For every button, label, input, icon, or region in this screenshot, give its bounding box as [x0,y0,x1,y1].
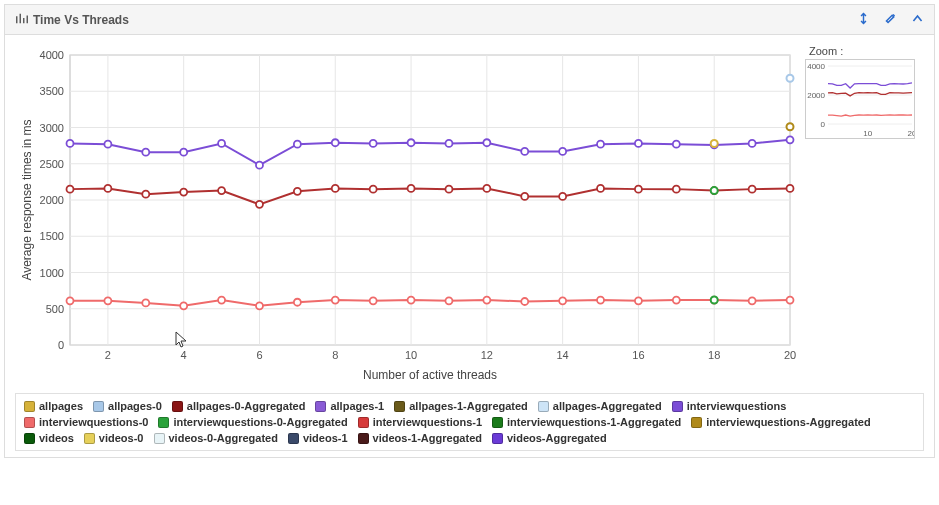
legend-label: videos-0 [99,432,144,444]
svg-point-57 [445,140,452,147]
svg-point-59 [521,148,528,155]
svg-text:4000: 4000 [40,49,64,61]
legend-label: videos-1 [303,432,348,444]
legend-label: videos [39,432,74,444]
legend-item[interactable]: interviewquestions-0-Aggregated [158,416,347,428]
svg-point-107 [711,140,718,147]
legend-label: allpages [39,400,83,412]
legend-swatch [358,433,369,444]
svg-point-75 [370,186,377,193]
legend-label: interviewquestions-Aggregated [706,416,870,428]
svg-point-89 [142,299,149,306]
zoom-overview-chart[interactable]: 0200040001020 [805,59,915,139]
legend-swatch [394,401,405,412]
svg-point-79 [521,193,528,200]
svg-point-69 [142,191,149,198]
legend-item[interactable]: allpages-0 [93,400,162,412]
svg-point-108 [711,187,718,194]
svg-point-61 [597,141,604,148]
svg-point-60 [559,148,566,155]
legend-item[interactable]: allpages-Aggregated [538,400,662,412]
svg-text:20: 20 [908,129,915,138]
svg-point-55 [370,140,377,147]
svg-text:20: 20 [784,349,796,361]
legend-item[interactable]: allpages-1-Aggregated [394,400,528,412]
settings-icon[interactable] [884,12,897,28]
legend-item[interactable]: videos [24,432,74,444]
svg-text:Number of active threads: Number of active threads [363,368,497,382]
legend-label: allpages-1 [330,400,384,412]
svg-point-88 [104,297,111,304]
svg-point-71 [218,187,225,194]
svg-text:3500: 3500 [40,85,64,97]
svg-point-92 [256,302,263,309]
svg-point-102 [635,297,642,304]
svg-point-110 [787,75,794,82]
legend-swatch [24,433,35,444]
svg-point-53 [294,141,301,148]
svg-point-103 [673,297,680,304]
svg-point-91 [218,297,225,304]
legend-label: allpages-0 [108,400,162,412]
svg-point-47 [67,140,74,147]
legend-item[interactable]: videos-1 [288,432,348,444]
svg-text:2500: 2500 [40,158,64,170]
svg-point-66 [787,136,794,143]
legend-item[interactable]: interviewquestions-1 [358,416,482,428]
svg-text:10: 10 [405,349,417,361]
svg-point-76 [408,185,415,192]
svg-text:8: 8 [332,349,338,361]
svg-point-68 [104,185,111,192]
svg-text:18: 18 [708,349,720,361]
collapse-icon[interactable] [911,12,924,28]
legend-item[interactable]: videos-1-Aggregated [358,432,482,444]
legend-item[interactable]: videos-0 [84,432,144,444]
svg-text:500: 500 [46,303,64,315]
svg-point-98 [483,297,490,304]
svg-text:0: 0 [821,120,826,129]
legend-label: interviewquestions [687,400,787,412]
legend-item[interactable]: interviewquestions-Aggregated [691,416,870,428]
svg-text:4000: 4000 [807,62,825,71]
svg-point-54 [332,139,339,146]
legend-label: interviewquestions-0 [39,416,148,428]
legend-item[interactable]: interviewquestions-1-Aggregated [492,416,681,428]
main-line-chart[interactable]: 0500100015002000250030003500400024681012… [15,45,805,385]
svg-point-94 [332,297,339,304]
svg-point-50 [180,149,187,156]
svg-text:6: 6 [256,349,262,361]
legend-swatch [172,401,183,412]
svg-text:4: 4 [181,349,187,361]
legend-item[interactable]: interviewquestions [672,400,787,412]
svg-point-93 [294,299,301,306]
chart-legend: allpagesallpages-0allpages-0-Aggregateda… [15,393,924,451]
legend-swatch [538,401,549,412]
legend-label: interviewquestions-1 [373,416,482,428]
svg-point-51 [218,140,225,147]
svg-point-100 [559,297,566,304]
legend-item[interactable]: allpages-0-Aggregated [172,400,306,412]
svg-point-82 [635,186,642,193]
svg-point-70 [180,189,187,196]
legend-swatch [358,417,369,428]
legend-item[interactable]: videos-0-Aggregated [154,432,278,444]
legend-swatch [288,433,299,444]
svg-text:10: 10 [863,129,872,138]
svg-point-56 [408,139,415,146]
bar-chart-icon [15,11,29,28]
legend-item[interactable]: videos-Aggregated [492,432,607,444]
svg-text:1000: 1000 [40,267,64,279]
chart-panel: Time Vs Threads [4,4,935,458]
svg-text:0: 0 [58,339,64,351]
panel-body: 0500100015002000250030003500400024681012… [5,35,934,457]
legend-swatch [315,401,326,412]
svg-point-77 [445,186,452,193]
svg-point-90 [180,302,187,309]
legend-item[interactable]: allpages [24,400,83,412]
legend-item[interactable]: allpages-1 [315,400,384,412]
legend-swatch [691,417,702,428]
legend-label: videos-Aggregated [507,432,607,444]
legend-item[interactable]: interviewquestions-0 [24,416,148,428]
legend-label: interviewquestions-0-Aggregated [173,416,347,428]
expand-icon[interactable] [857,12,870,28]
